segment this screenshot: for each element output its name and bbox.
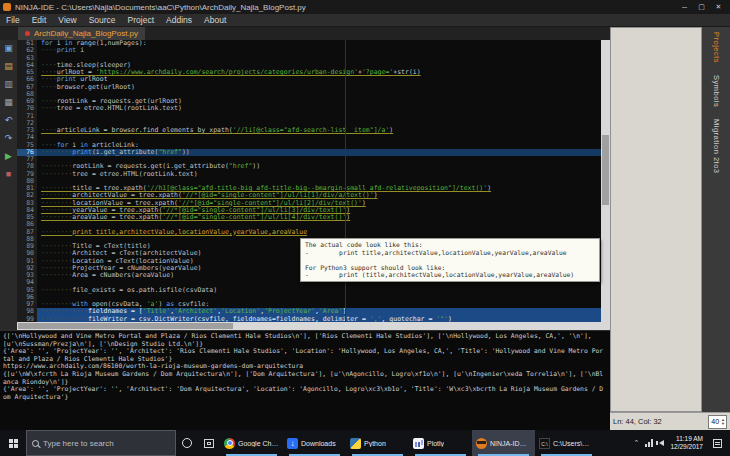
scrollbar-thumb[interactable] xyxy=(18,323,233,329)
task-view-button[interactable] xyxy=(198,430,220,456)
clock-time: 11:19 AM xyxy=(676,435,703,443)
code-line[interactable]: 87········print title,architectValue,loc… xyxy=(17,229,601,236)
editor-horizontal-scrollbar[interactable] xyxy=(17,322,610,330)
code-line[interactable]: 62····print i xyxy=(17,47,601,54)
menu-about[interactable]: About xyxy=(198,15,232,25)
code-text: ····browser.get(urlRoot) xyxy=(37,84,601,91)
run-icon[interactable]: ▶ xyxy=(5,152,12,161)
code-text: ····urlRoot = 'https://www.archdaily.com… xyxy=(37,69,601,76)
code-line[interactable]: 82········architectValue = tree.xpath('/… xyxy=(17,192,601,199)
code-text: ········rootLink = requests.get(i.get_at… xyxy=(37,163,601,170)
editor-vertical-scrollbar[interactable] xyxy=(601,40,610,322)
volume-icon[interactable] xyxy=(659,440,664,446)
code-line[interactable]: 98············fieldnames = ['Title','Arc… xyxy=(17,308,601,315)
code-line[interactable]: 97········with open(csvData, 'a') as csv… xyxy=(17,301,601,308)
zoom-spinner[interactable]: 40 ▲▼ xyxy=(708,415,727,429)
side-tab-projects[interactable]: Projects xyxy=(712,32,721,63)
code-line[interactable]: 77 xyxy=(17,156,601,163)
clock[interactable]: 11:19 AM 12/29/2017 xyxy=(670,435,703,451)
redo-icon[interactable]: ↷ xyxy=(5,134,13,143)
menu-bar: FileEditViewSourceProjectAddinsAbout xyxy=(0,14,730,27)
code-text xyxy=(37,178,601,185)
code-line[interactable]: 85········areaValue = tree.xpath('//*[@i… xyxy=(17,214,601,221)
code-line[interactable]: 65····urlRoot = 'https://www.archdaily.c… xyxy=(17,69,601,76)
undo-icon[interactable]: ↶ xyxy=(5,116,13,125)
save-all-icon[interactable]: ▦ xyxy=(4,98,13,107)
side-tab-migration-2to3[interactable]: Migration 2to3 xyxy=(712,119,721,174)
action-center-button[interactable] xyxy=(709,439,725,448)
code-line[interactable]: 95········file_exists = os.path.isfile(c… xyxy=(17,287,601,294)
tray-overflow-icon[interactable]: ⌃ xyxy=(634,439,640,447)
code-text: ····print urlRoot xyxy=(37,76,601,83)
code-line[interactable]: 86 xyxy=(17,221,601,228)
menu-edit[interactable]: Edit xyxy=(26,15,53,25)
code-line[interactable]: 74 xyxy=(17,134,601,141)
code-line[interactable]: 76········print(i.get_attribute("href")) xyxy=(17,149,601,156)
taskbar-button-chrome[interactable]: Google Chro... xyxy=(220,430,283,456)
code-line[interactable]: 61for i in range(1,numPages): xyxy=(17,40,601,47)
network-icon[interactable] xyxy=(645,439,653,447)
code-line[interactable]: 68 xyxy=(17,91,601,98)
console-line: {[u'\nW\xfcrth La Rioja Museum Gardens /… xyxy=(3,371,607,386)
code-text xyxy=(37,156,601,163)
stop-icon[interactable]: ■ xyxy=(6,170,11,179)
code-line[interactable]: 63 xyxy=(17,55,601,62)
code-line[interactable]: 70····tree = etree.HTML(rootLink.text) xyxy=(17,105,601,112)
menu-source[interactable]: Source xyxy=(83,15,122,25)
cortana-button[interactable] xyxy=(176,430,198,456)
taskbar-button-plotly[interactable]: Plotly xyxy=(409,430,472,456)
code-line[interactable]: 80 xyxy=(17,178,601,185)
open-file-icon[interactable]: ▤ xyxy=(4,62,13,71)
plotly-icon xyxy=(413,438,424,449)
code-line[interactable]: 71 xyxy=(17,113,601,120)
search-icon xyxy=(32,440,39,447)
code-line[interactable]: 78········rootLink = requests.get(i.get_… xyxy=(17,163,601,170)
taskbar-search[interactable]: Type here to search xyxy=(26,430,176,456)
start-button[interactable] xyxy=(0,430,26,456)
taskbar-buttons: Google Chro...DownloadsPythonPlotlyNINJA… xyxy=(220,430,598,456)
taskbar-button-python[interactable]: Python xyxy=(346,430,409,456)
minimize-button[interactable]: ─ xyxy=(676,1,693,14)
taskbar-button-label: C:\Users\Najl... xyxy=(553,440,594,447)
taskbar-button-label: NINJA-IDE -... xyxy=(490,440,531,447)
code-line[interactable]: 69····rootLink = requests.get(urlRoot) xyxy=(17,98,601,105)
new-file-icon[interactable]: ▣ xyxy=(4,44,13,53)
code-line[interactable]: 83········locationValue = tree.xpath('//… xyxy=(17,200,601,207)
code-line[interactable]: 64····time.sleep(sleeper) xyxy=(17,62,601,69)
save-icon[interactable]: ▥ xyxy=(4,80,13,89)
spinner-arrows-icon[interactable]: ▲▼ xyxy=(721,418,726,426)
code-line[interactable]: 66····print urlRoot xyxy=(17,76,601,83)
taskbar-button-label: Plotly xyxy=(427,440,444,447)
menu-project[interactable]: Project xyxy=(122,15,160,25)
taskbar-button-ninja[interactable]: NINJA-IDE -... xyxy=(472,430,535,456)
console-output: {['\nHollywood and Vine Metro Portal and… xyxy=(0,330,610,430)
maximize-button[interactable]: ▢ xyxy=(693,1,710,14)
projects-panel[interactable] xyxy=(610,27,702,412)
code-line[interactable]: 72 xyxy=(17,120,601,127)
tooltip-line: For Python3 support should look like: xyxy=(305,264,595,272)
code-line[interactable]: 75····for i in articleLink: xyxy=(17,142,601,149)
search-placeholder: Type here to search xyxy=(43,439,114,448)
scrollbar-thumb[interactable] xyxy=(602,135,609,205)
taskbar-button-label: Python xyxy=(364,440,386,447)
menu-view[interactable]: View xyxy=(52,15,82,25)
ninja-icon xyxy=(476,438,487,449)
code-line[interactable]: 96 xyxy=(17,294,601,301)
taskbar-button-label: Downloads xyxy=(301,440,336,447)
code-text xyxy=(37,221,601,228)
code-line[interactable]: 81········title = tree.xpath('//h1[@clas… xyxy=(17,185,601,192)
window-controls: ─ ▢ ✕ xyxy=(676,1,727,14)
menu-addins[interactable]: Addins xyxy=(160,15,198,25)
taskbar-button-cmd[interactable]: C:\Users\Najl... xyxy=(535,430,598,456)
editor-tab[interactable]: ArchDaily_Najla_BlogPost.py xyxy=(18,27,145,40)
code-line[interactable]: 67····browser.get(urlRoot) xyxy=(17,84,601,91)
code-line[interactable]: 79········tree = etree.HTML(rootLink.tex… xyxy=(17,171,601,178)
close-button[interactable]: ✕ xyxy=(710,1,727,14)
side-tab-symbols[interactable]: Symbols xyxy=(712,75,721,107)
taskbar-button-downloads[interactable]: Downloads xyxy=(283,430,346,456)
menu-file[interactable]: File xyxy=(0,15,26,25)
tab-label: ArchDaily_Najla_BlogPost.py xyxy=(34,29,138,38)
left-toolbar: ▣▤▥▦↶↷▶■ xyxy=(0,40,17,330)
code-line[interactable]: 84········yearValue = tree.xpath('//*[@i… xyxy=(17,207,601,214)
code-line[interactable]: 73····articleLink = browser.find_element… xyxy=(17,127,601,134)
